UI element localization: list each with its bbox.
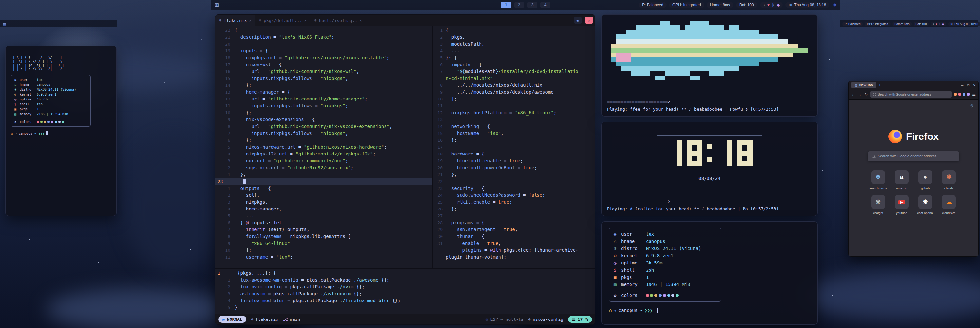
shortcut-claude[interactable]: ✱claude [939, 170, 959, 190]
terminal-fetch-right[interactable]: ◉usertux⌂hnamecanopus❄distroNixOS 24.11 … [601, 221, 818, 325]
back-button[interactable]: ← [851, 92, 855, 97]
shell-prompt[interactable]: ⌂→canopus~❯❯❯ [11, 131, 111, 135]
browser-tab[interactable]: ◍ New Tab [851, 82, 876, 89]
pin-button[interactable]: ◉ [574, 17, 582, 24]
code-line: 12 url = "github:nix-community/home-mana… [215, 95, 432, 103]
system-tray: ♪♥ᛒ◆ [760, 2, 783, 8]
notification-icon[interactable]: ◆ [776, 3, 780, 7]
code-line: 10 ]; [215, 247, 432, 254]
workspace-switcher[interactable]: 1234 [501, 2, 550, 8]
reload-button[interactable]: ↻ [864, 92, 868, 97]
code-line: plugins = with pkgs.xfce; [thunar-archiv… [433, 247, 595, 254]
extension-icon[interactable] [967, 93, 969, 95]
bluetooth-icon[interactable]: ᛒ [772, 3, 774, 7]
workspace-1[interactable]: 1 [501, 2, 511, 8]
editor-pane-default-nix[interactable]: 1{pkgs, ...}: {1 tux-awesome-wm-config =… [215, 269, 595, 314]
terminal-music-visualizer[interactable]: ======================> Playing: ffee fo… [601, 14, 818, 117]
notification-icon[interactable]: ◆ [942, 22, 944, 25]
text-cursor [243, 179, 246, 184]
terminal-clock[interactable]: 08/08/24 ======================> Playing… [601, 122, 818, 216]
fetch-row-colors: ✿colors [614, 292, 716, 299]
shortcut-youtube[interactable]: ▶youtube [892, 195, 912, 215]
code-line: 5} [215, 304, 595, 311]
code-line: 4 home-manager, [215, 206, 432, 212]
chatgpt-icon: ❋ [875, 198, 880, 206]
editor-pane-flake[interactable]: 22{21 description = "tux's NixOS Flake";… [215, 26, 432, 268]
app-launcher-icon[interactable]: ▦ [215, 2, 219, 8]
code-line: 9 "x86_64-linux" [215, 240, 432, 247]
personalize-gear-icon[interactable]: ⚙ [970, 103, 974, 108]
extension-icon[interactable] [958, 93, 961, 95]
terminal-fetch-left[interactable]: _ _ _ ___ ____ | \ | (_)_ __/ _ \/ ___| … [5, 46, 117, 216]
code-line: 4 ... [433, 48, 595, 54]
editor-tab-pkgs/default...[interactable]: ❄pkgs/default...✕ [255, 15, 310, 26]
shortcut-chat.openai[interactable]: ❋chat.openai [915, 195, 935, 215]
top-bar-left-monitor: ▦ [0, 20, 117, 27]
extension-icon[interactable] [954, 93, 957, 95]
music-heart-icon[interactable]: ♥ [936, 22, 937, 25]
wallpaper-cloud [799, 272, 980, 321]
firefox-window[interactable]: ◍ New Tab + ─□✕ ← → ↻ Search with Google… [848, 81, 979, 257]
palette-icon: ✿ [14, 120, 20, 124]
shortcut-amazon[interactable]: aamazon [892, 170, 912, 190]
music-heart-icon[interactable]: ♥ [767, 3, 770, 7]
maximize-button[interactable]: □ [967, 84, 969, 87]
editor-window[interactable]: ❄flake.nix✕❄pkgs/default...✕❄hosts/isoIm… [215, 14, 595, 325]
layout-icon[interactable]: ❖ [833, 2, 837, 8]
volume-icon[interactable]: ♪ [933, 22, 934, 25]
memory-icon: ▤ [14, 112, 20, 116]
url-bar[interactable]: Search with Google or enter address [870, 91, 951, 98]
editor-tab-flake.nix[interactable]: ❄flake.nix✕ [215, 15, 255, 26]
close-button[interactable]: ✕ [973, 84, 976, 87]
code-line: 18 hardware = { [433, 151, 595, 157]
tab-favicon: ◍ [854, 84, 858, 87]
bluetooth-icon[interactable]: ᛒ [939, 22, 940, 25]
star [822, 170, 823, 171]
desktop-wallpaper: ▦ 1234 P: BalancedGPU: IntegratedHome: 8… [0, 0, 980, 328]
fetch-row-hname: ⌂hnamecanopus [14, 82, 87, 87]
star [190, 249, 191, 250]
palette-dot [671, 294, 675, 297]
code-line: 28 programs = { [433, 219, 595, 226]
bar-module: GPU: Integrated [865, 22, 891, 26]
browser-navbar: ← → ↻ Search with Google or enter addres… [849, 89, 978, 100]
fetch-row-distro: ❄distroNixOS 24.11 (Vicuna) [14, 87, 87, 92]
palette-dot [663, 294, 666, 297]
app-launcher-icon[interactable]: ▦ [3, 22, 6, 26]
bar-module: P: Balanced [639, 2, 667, 8]
tab-close-icon[interactable]: ✕ [304, 19, 306, 22]
shortcut-cloudflare[interactable]: ☁cloudflare [939, 195, 959, 215]
shell-prompt[interactable]: ⌂→canopus~❯❯❯ [609, 308, 810, 313]
window-close-button[interactable]: ✕ [585, 17, 593, 24]
code-line: 26 }; [433, 206, 595, 212]
extension-icon[interactable] [963, 93, 965, 95]
code-line: 22{ [215, 27, 432, 34]
code-line: 5}: { [433, 54, 595, 61]
tab-close-icon[interactable]: ✕ [360, 19, 362, 22]
workspace-3[interactable]: 3 [527, 2, 537, 8]
search-input[interactable]: Search with Google or enter address [868, 151, 959, 161]
code-line: 10 ]; [433, 95, 595, 103]
shortcut-chatgpt[interactable]: ❋chatgpt [868, 195, 888, 215]
fetch-divider [11, 118, 91, 118]
palette-dot [659, 294, 662, 297]
tab-close-icon[interactable]: ✕ [249, 19, 251, 22]
workspace-2[interactable]: 2 [514, 2, 524, 8]
minimize-button[interactable]: ─ [961, 84, 964, 87]
bar-module: Home: 8ms [707, 2, 733, 8]
workspace-4[interactable]: 4 [541, 2, 550, 8]
volume-icon[interactable]: ♪ [763, 3, 765, 7]
home-icon: ⌂ [609, 308, 611, 313]
code-line: 11 [433, 103, 595, 109]
editor-pane-iso[interactable]: 1{2 pkgs,3 modulesPath,4 ...5}: {6 impor… [433, 26, 595, 268]
palette-dot [654, 294, 657, 297]
shortcut-github[interactable]: ●github [915, 170, 935, 190]
shortcut-search.nixos[interactable]: ❄search.nixos [868, 170, 888, 190]
forward-button[interactable]: → [858, 92, 862, 97]
new-tab-button[interactable]: + [878, 83, 881, 88]
code-line: 23 [215, 178, 432, 185]
menu-button[interactable]: ☰ [972, 92, 976, 97]
editor-tab-hosts/isoImag..[interactable]: ❄hosts/isoImag..✕ [310, 15, 366, 26]
bar-module: Bat: 100 [736, 2, 757, 8]
editor-tabs: ❄flake.nix✕❄pkgs/default...✕❄hosts/isoIm… [215, 15, 366, 26]
